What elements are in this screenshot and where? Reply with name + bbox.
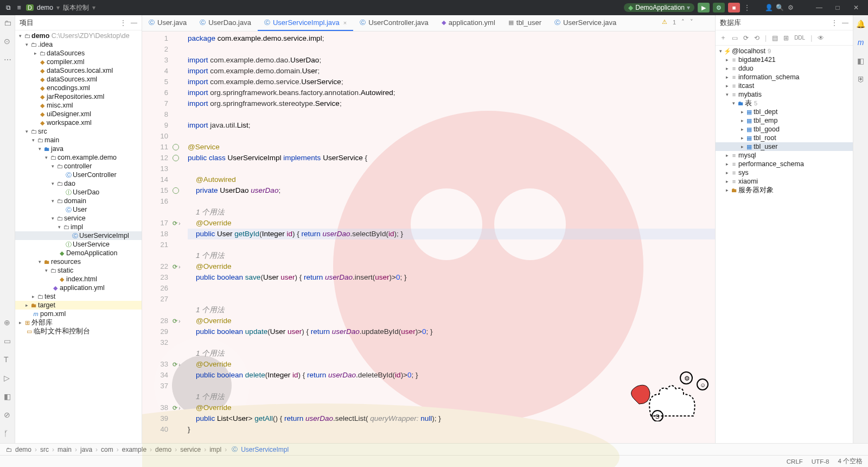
- db-table[interactable]: ▸▦tbl_emp: [716, 116, 853, 125]
- notifications-icon[interactable]: 🔔: [856, 20, 865, 28]
- tree-domain[interactable]: ▾🗀domain: [15, 197, 142, 205]
- tree-userserviceimpl[interactable]: ⒸUserServiceImpl: [15, 231, 142, 240]
- tree-item[interactable]: ◆jarRepositories.xml: [15, 92, 142, 101]
- db-host[interactable]: ▾⚡@localhost9: [716, 47, 853, 55]
- stop-button[interactable]: ■: [728, 3, 740, 12]
- db-tree[interactable]: ▾⚡@localhost9 ▸≡bigdate1421▸≡dduo▸≡infor…: [716, 46, 853, 443]
- tree-item[interactable]: ◆workspace.xml: [15, 118, 142, 127]
- tree-item[interactable]: ◆compiler.xml: [15, 58, 142, 66]
- db-schema[interactable]: ▸≡information_schema: [716, 73, 853, 81]
- tree-service[interactable]: ▾🗀service: [15, 214, 142, 223]
- main-menu-icon[interactable]: ⧉: [4, 4, 12, 11]
- project-name[interactable]: demo: [37, 4, 53, 11]
- tree-dao[interactable]: ▾🗀dao: [15, 179, 142, 188]
- breadcrumb-item[interactable]: demo: [155, 446, 171, 453]
- tree-static[interactable]: ▾🗀static: [15, 266, 142, 275]
- tree-controller[interactable]: ▾🗀controller: [15, 162, 142, 171]
- db-mybatis[interactable]: ▾≡mybatis: [716, 90, 853, 99]
- breadcrumb-item[interactable]: java: [80, 446, 92, 453]
- tree-item[interactable]: ◆uiDesigner.xml: [15, 110, 142, 118]
- build-tool-icon[interactable]: ▭: [4, 337, 11, 345]
- db-refresh-icon[interactable]: ⟳: [743, 34, 749, 42]
- tree-java[interactable]: ▾🖿java: [15, 144, 142, 153]
- tree-src[interactable]: ▾🗀src: [15, 127, 142, 136]
- git-tool-icon[interactable]: ᚶ: [4, 429, 11, 438]
- db-table[interactable]: ▸▦tbl_dept: [716, 108, 853, 116]
- tree-root[interactable]: ▾🗀demo C:\Users\ZDY\Desktop\de: [15, 31, 142, 40]
- tree-resources[interactable]: ▾🖿resources: [15, 257, 142, 266]
- status-eol[interactable]: CRLF: [787, 458, 803, 465]
- commit-tool-icon[interactable]: ⊙: [4, 37, 11, 46]
- breadcrumb-item[interactable]: com: [101, 446, 113, 453]
- terminal-tool-icon[interactable]: T: [4, 355, 11, 364]
- tree-scratch[interactable]: ▭临时文件和控制台: [15, 327, 142, 336]
- tree-user[interactable]: ⒸUser: [15, 205, 142, 214]
- db-schema[interactable]: ▸≡sys: [716, 168, 853, 177]
- tree-main[interactable]: ▾🗀main: [15, 136, 142, 144]
- tab-usercontroller-java[interactable]: ⒸUserController.java: [353, 15, 435, 31]
- tree-appyml[interactable]: ◆application.yml: [15, 283, 142, 292]
- run-button[interactable]: ▶: [698, 3, 710, 12]
- db-table[interactable]: ▸▦tbl_good: [716, 125, 853, 134]
- db-more-icon[interactable]: ⋮: [831, 19, 838, 27]
- tree-item[interactable]: ◆misc.xml: [15, 101, 142, 110]
- db-tables[interactable]: ▾🖿表5: [716, 99, 853, 108]
- inspection-widget[interactable]: ⚠1˄˅: [662, 18, 693, 26]
- settings-icon[interactable]: ⚙: [787, 4, 794, 11]
- tree-userdao[interactable]: ⒾUserDao: [15, 188, 142, 197]
- breadcrumb-item[interactable]: src: [40, 446, 49, 453]
- db-schema[interactable]: ▸≡dduo: [716, 64, 853, 73]
- vcs-menu[interactable]: 版本控制: [63, 3, 89, 12]
- db-schema[interactable]: ▸≡bigdate1421: [716, 55, 853, 64]
- tab-application-yml[interactable]: ◆application.yml: [435, 15, 502, 31]
- tab-tbl_user[interactable]: ▦tbl_user: [502, 15, 548, 31]
- breadcrumb-item[interactable]: example: [122, 446, 146, 453]
- db-schema[interactable]: ▸≡xiaomi: [716, 177, 853, 186]
- collapse-icon[interactable]: ⋮: [120, 19, 126, 27]
- db-schema[interactable]: ▸≡mysql: [716, 151, 853, 160]
- problems-tool-icon[interactable]: ⊘: [4, 411, 11, 419]
- maven-tool-icon[interactable]: m: [858, 38, 864, 47]
- db-add-icon[interactable]: ＋: [720, 33, 726, 42]
- run-config[interactable]: ◆DemoApplication▾: [624, 3, 694, 12]
- tree-userservice[interactable]: ⒾUserService: [15, 240, 142, 249]
- db-filter-icon[interactable]: 👁: [818, 34, 824, 42]
- tree-item[interactable]: ◆encodings.xml: [15, 84, 142, 92]
- tree-usercontroller[interactable]: ⒸUserController: [15, 171, 142, 179]
- tree-item[interactable]: ▸🗀dataSources: [15, 49, 142, 58]
- tree-item[interactable]: ◆dataSources.local.xml: [15, 66, 142, 75]
- tab-userservice-java[interactable]: ⒸUserService.java: [548, 15, 623, 31]
- debug-button[interactable]: ⚙: [713, 3, 725, 12]
- db-console-icon[interactable]: ▤: [772, 34, 778, 42]
- db-serverobjects[interactable]: ▸🖿服务器对象: [716, 186, 853, 194]
- breadcrumb[interactable]: 🗀demo›src›main›java›com›example›demo›ser…: [0, 443, 868, 455]
- hamburger-icon[interactable]: ≡: [15, 4, 23, 11]
- db-diagram-icon[interactable]: ⊞: [783, 34, 789, 42]
- tree-test[interactable]: ▸🗀test: [15, 292, 142, 301]
- tab-userdao-java[interactable]: ⒸUserDao.java: [193, 15, 258, 31]
- user-icon[interactable]: 👤: [765, 4, 773, 11]
- db-hide-icon[interactable]: —: [842, 19, 848, 27]
- hide-panel-icon[interactable]: —: [131, 19, 137, 27]
- db-ddl-icon[interactable]: ▭: [732, 34, 738, 42]
- close-button[interactable]: ✕: [848, 4, 864, 11]
- breadcrumb-item[interactable]: demo: [15, 446, 31, 453]
- bookmarks-tool-icon[interactable]: ⊕: [4, 318, 11, 327]
- structure-tool-icon[interactable]: ⋯: [4, 55, 11, 64]
- tree-pom[interactable]: mpom.xml: [15, 310, 142, 318]
- db-table[interactable]: ▸▦tbl_user: [716, 142, 853, 151]
- tree-target[interactable]: ▸🖿target: [15, 301, 142, 310]
- run-tool-icon[interactable]: ▷: [4, 374, 11, 382]
- tree-index[interactable]: ◆index.html: [15, 275, 142, 283]
- more-icon[interactable]: ⋮: [743, 4, 751, 11]
- db-schema[interactable]: ▸≡performance_schema: [716, 160, 853, 168]
- database-tool-icon[interactable]: ◧: [857, 56, 864, 65]
- db-ddl-label[interactable]: DDL: [794, 35, 805, 41]
- tree-idea[interactable]: ▾🗀.idea: [15, 40, 142, 49]
- db-sync-icon[interactable]: ⟲: [754, 34, 760, 42]
- tree-item[interactable]: ◆dataSources.xml: [15, 75, 142, 84]
- project-tree[interactable]: ▾🗀demo C:\Users\ZDY\Desktop\de ▾🗀.idea ▸…: [15, 30, 142, 443]
- tree-ext[interactable]: ▸⊞外部库: [15, 318, 142, 327]
- close-tab-icon[interactable]: ×: [343, 20, 347, 26]
- search-icon[interactable]: 🔍: [776, 4, 783, 11]
